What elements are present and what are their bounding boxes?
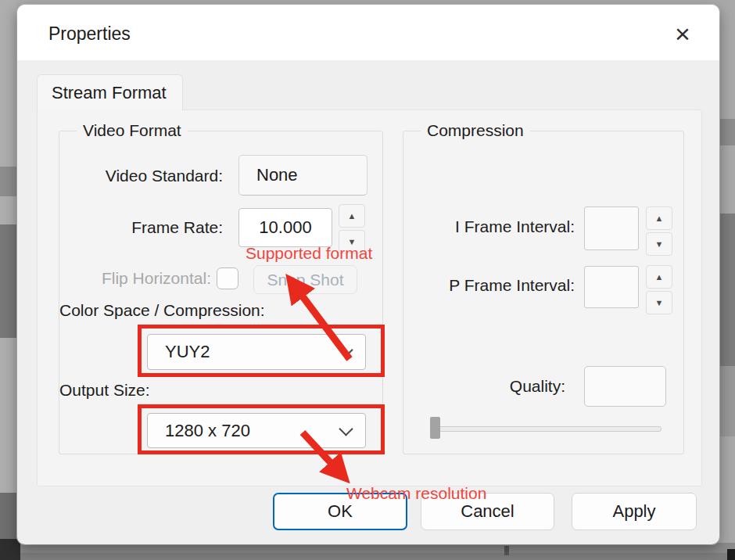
i-frame-spin-up-icon[interactable]: ▲ — [646, 206, 672, 230]
dialog-title: Properties — [48, 23, 131, 45]
background-right-patch-2 — [719, 214, 735, 366]
background-right-patch-1 — [719, 119, 735, 145]
apply-label: Apply — [612, 501, 655, 522]
video-standard-text: None — [256, 165, 298, 185]
snap-shot-button[interactable]: Snap Shot — [253, 265, 357, 294]
color-space-value: YUY2 — [165, 342, 210, 362]
compression-group-label: Compression — [421, 121, 530, 140]
background-bottom-strip-dark — [0, 553, 735, 560]
video-standard-label: Video Standard: — [47, 167, 223, 185]
chevron-down-icon — [339, 343, 353, 357]
annotation-supported-format: Supported format — [246, 244, 372, 263]
background-bottom-tick — [504, 546, 509, 555]
i-frame-spin-down-icon[interactable]: ▼ — [646, 232, 672, 256]
flip-horizontal-checkbox[interactable] — [217, 267, 238, 289]
background-left-patch-2 — [0, 224, 17, 338]
p-frame-spin-down-icon[interactable]: ▼ — [646, 291, 672, 314]
quality-slider-handle[interactable] — [430, 417, 440, 439]
i-frame-interval-label: I Frame Interval: — [426, 217, 575, 236]
color-space-label: Color Space / Compression: — [59, 301, 265, 320]
chevron-down-icon — [339, 422, 353, 436]
annotation-webcam-resolution: Webcam resolution — [346, 484, 486, 503]
p-frame-interval-input[interactable] — [584, 266, 639, 308]
ok-label: OK — [328, 501, 353, 522]
frame-rate-input[interactable]: 10.000 — [238, 208, 332, 247]
apply-button[interactable]: Apply — [572, 493, 697, 530]
color-space-dropdown[interactable]: YUY2 — [147, 334, 366, 370]
cancel-label: Cancel — [461, 501, 514, 522]
background-left-patch-1 — [0, 167, 17, 196]
quality-slider-track[interactable] — [435, 426, 662, 432]
frame-rate-label: Frame Rate: — [47, 218, 223, 237]
p-frame-interval-label: P Frame Interval: — [426, 276, 575, 295]
output-size-value: 1280 x 720 — [165, 421, 250, 441]
output-size-dropdown[interactable]: 1280 x 720 — [147, 413, 366, 448]
video-format-group-label: Video Format — [77, 121, 188, 140]
flip-horizontal-label: Flip Horizontal: — [47, 269, 211, 288]
frame-rate-spin-up-icon[interactable]: ▲ — [339, 204, 365, 228]
snap-shot-label: Snap Shot — [267, 271, 343, 289]
i-frame-interval-input[interactable] — [584, 206, 639, 250]
tab-stream-format[interactable]: Stream Format — [37, 74, 183, 110]
frame-rate-text: 10.000 — [259, 217, 311, 238]
video-standard-value[interactable]: None — [238, 155, 368, 196]
background-bottom-right-corner — [727, 549, 735, 560]
background-bottom-left-corner — [0, 539, 20, 560]
title-bar: Properties × — [17, 5, 719, 60]
close-icon[interactable]: × — [666, 17, 699, 50]
quality-input[interactable] — [584, 366, 666, 407]
output-size-label: Output Size: — [59, 381, 150, 400]
tab-label: Stream Format — [52, 83, 167, 103]
quality-label: Quality: — [417, 377, 565, 396]
background-right-patch-3 — [719, 366, 735, 436]
p-frame-spin-up-icon[interactable]: ▲ — [646, 265, 672, 289]
properties-dialog: Properties × Stream Format Video Format … — [17, 5, 719, 544]
